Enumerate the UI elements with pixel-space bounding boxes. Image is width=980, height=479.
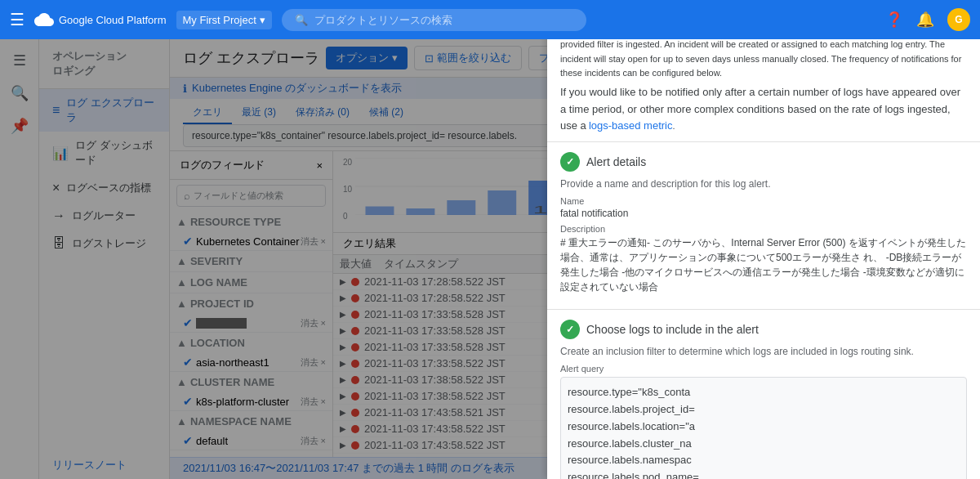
app-logo: Google Cloud Platform xyxy=(34,10,167,29)
global-search-input[interactable] xyxy=(314,14,574,26)
section-2-num: ✓ xyxy=(560,320,580,339)
cloud-icon xyxy=(34,10,54,29)
section-1-title: Alert details xyxy=(586,155,646,168)
project-name: My First Project xyxy=(183,14,256,26)
hamburger-icon[interactable]: ☰ xyxy=(10,10,24,29)
nav-actions: ❓ 🔔 G xyxy=(885,8,970,31)
dropdown-icon: ▾ xyxy=(260,14,265,26)
alert-panel: × ログベースの... プレビュー SEND FEEDBACK provided… xyxy=(547,0,980,479)
section-2-subtitle: Create an inclusion filter to determine … xyxy=(560,346,967,357)
top-navigation: ☰ Google Cloud Platform My First Project… xyxy=(0,0,980,39)
notifications-icon[interactable]: 🔔 xyxy=(916,11,934,29)
search-icon: 🔍 xyxy=(295,14,308,26)
alert-description-row: Description # 重大エラーの通知- このサーバから、Internal… xyxy=(560,224,967,294)
choose-logs-section: ✓ Choose logs to include in the alert Cr… xyxy=(547,310,980,479)
section-1-num: ✓ xyxy=(560,152,580,172)
project-selector[interactable]: My First Project ▾ xyxy=(176,11,272,29)
avatar[interactable]: G xyxy=(947,8,970,31)
logo-text: Google Cloud Platform xyxy=(59,14,167,26)
alert-intro-text: provided filter is ingested. An incident… xyxy=(547,31,980,142)
logs-based-metric-link[interactable]: logs-based metric xyxy=(589,119,673,132)
global-search-bar[interactable]: 🔍 xyxy=(282,9,587,31)
alert-query-box: resource.type="k8s_conta resource.labels… xyxy=(560,377,967,479)
section-1-subtitle: Provide a name and description for this … xyxy=(560,178,967,190)
alert-fields: Name fatal notification xyxy=(560,196,967,219)
help-icon[interactable]: ❓ xyxy=(885,11,903,29)
alert-panel-body: provided filter is ingested. An incident… xyxy=(547,31,980,479)
alert-description-value: # 重大エラーの通知- このサーバから、Internal Server Erro… xyxy=(560,235,967,294)
alert-name-value: fatal notification xyxy=(560,208,967,219)
alert-details-section: ✓ Alert details Provide a name and descr… xyxy=(547,142,980,310)
section-2-title: Choose logs to include in the alert xyxy=(586,323,759,336)
